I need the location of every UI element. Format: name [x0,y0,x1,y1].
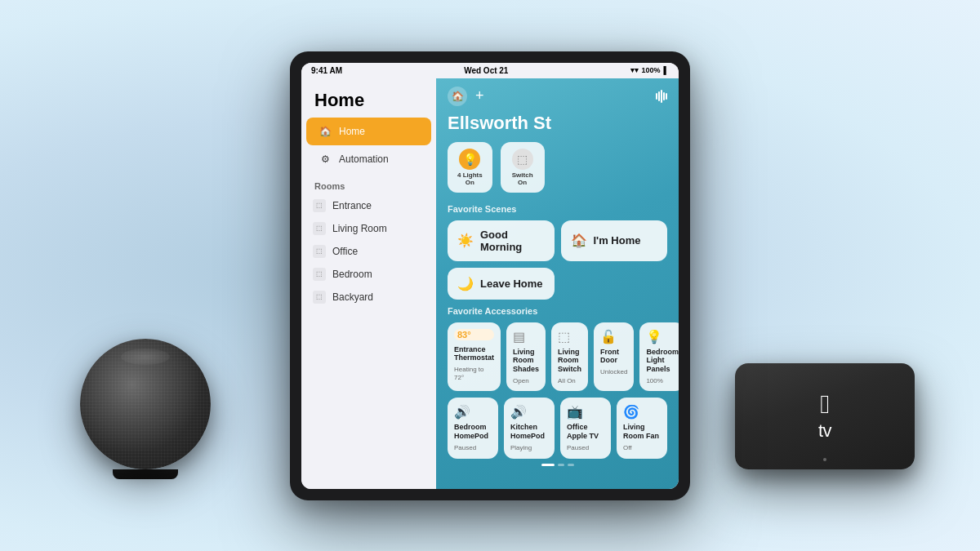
apple-tv-body:  tv [735,363,915,469]
office-room-label: Office [332,246,358,257]
main-topbar: 🏠 + [448,87,667,106]
living-room-fan-status: Off [623,444,661,452]
scroll-indicator [448,459,667,468]
apple-tv-led [823,458,826,461]
accessory-living-room-switch[interactable]: ⬚ Living Room Switch All On [551,322,588,392]
backyard-room-icon: ⬚ [313,291,326,304]
entrance-room-icon: ⬚ [313,199,326,212]
living-room-shades-status: Open [513,377,539,385]
scenes-section-title: Favorite Scenes [448,204,667,214]
fan-icon: 🌀 [623,404,661,420]
accessory-living-room-fan[interactable]: 🌀 Living Room Fan Off [617,398,667,458]
backyard-room-label: Backyard [332,291,373,303]
scene-im-home[interactable]: 🏠 I'm Home [561,220,668,261]
bedroom-room-label: Bedroom [332,269,372,280]
siri-waves-icon [656,90,667,103]
accessory-front-door[interactable]: 🔓 Front Door Unlocked [594,322,634,392]
siri-wave-1 [656,93,657,100]
location-title: Ellsworth St [448,113,667,134]
siri-button[interactable] [656,90,667,103]
apple-tv-label: tv [818,420,831,442]
home-nav-icon: 🏠 [318,124,332,139]
sidebar-rooms-label: Rooms [301,173,436,194]
entrance-thermostat-name: Entrance Thermostat [454,345,494,363]
scene-leave-home[interactable]: 🌙 Leave Home [448,268,555,300]
wifi-icon: ▾▾ [630,66,639,74]
bedroom-homepod-name: Bedroom HomePod [454,423,492,441]
scenes-grid: ☀️ Good Morning 🏠 I'm Home 🌙 Leave Home [448,220,667,300]
living-room-fan-name: Living Room Fan [623,423,661,441]
scroll-dot-2 [558,464,564,466]
accessory-bedroom-homepod[interactable]: 🔊 Bedroom HomePod Paused [448,398,498,458]
entrance-thermostat-status: Heating to 72° [454,366,494,381]
sidebar: Home 🏠 Home ⚙ Automation Rooms ⬚ Entranc… [301,78,436,489]
accessory-kitchen-homepod[interactable]: 🔊 Kitchen HomePod Playing [504,398,555,458]
app-layout: Home 🏠 Home ⚙ Automation Rooms ⬚ Entranc… [301,78,679,489]
accessory-entrance-thermostat[interactable]: 83° Entrance Thermostat Heating to 72° [448,322,501,392]
scroll-dot-3 [568,464,574,466]
topbar-left: 🏠 + [448,87,484,106]
accessories-section-title: Favorite Accessories [448,306,667,316]
living-room-switch-status: All On [558,377,581,385]
automation-nav-icon: ⚙ [318,152,332,167]
siri-wave-3 [661,90,662,103]
siri-wave-5 [666,93,667,100]
front-door-name: Front Door [600,348,627,366]
kitchen-homepod-icon: 🔊 [510,404,548,420]
sidebar-item-automation[interactable]: ⚙ Automation [306,145,431,173]
bedroom-light-panels-name: Bedroom Light Panels [646,348,679,374]
bedroom-homepod-icon: 🔊 [454,404,492,420]
bulb-icon: 💡 [646,329,679,344]
ipad-body: 9:41 AM Wed Oct 21 ▾▾ 100% ▌ Home 🏠 Home [290,51,690,500]
thermostat-badge: 83° [454,329,494,340]
leave-home-label: Leave Home [480,278,543,290]
office-room-icon: ⬚ [313,245,326,258]
accessories-row1: 83° Entrance Thermostat Heating to 72° ▤… [448,322,667,392]
scene-good-morning[interactable]: ☀️ Good Morning [448,220,555,261]
sidebar-item-home[interactable]: 🏠 Home [306,118,431,145]
sidebar-room-bedroom[interactable]: ⬚ Bedroom [301,263,436,286]
add-button[interactable]: + [475,87,484,104]
lock-icon: 🔓 [600,329,627,344]
accessory-living-room-shades[interactable]: ▤ Living Room Shades Open [506,322,546,392]
living-room-icon: ⬚ [313,222,326,235]
front-door-status: Unlocked [600,368,627,376]
sidebar-room-entrance[interactable]: ⬚ Entrance [301,194,436,217]
office-apple-tv-name: Office Apple TV [567,423,604,441]
lights-label: 4 LightsOn [457,171,483,186]
ipad-screen: 9:41 AM Wed Oct 21 ▾▾ 100% ▌ Home 🏠 Home [301,63,679,489]
bedroom-light-panels-status: 100% [646,377,679,385]
apple-tv-device:  tv [735,363,915,469]
siri-wave-4 [663,92,665,100]
living-room-switch-name: Living Room Switch [558,348,581,374]
homepod-mini-base [113,469,178,479]
sidebar-home-label: Home [339,126,365,137]
apple-logo-icon:  [820,391,830,417]
lights-icon: 💡 [459,149,480,170]
sidebar-room-office[interactable]: ⬚ Office [301,240,436,263]
sidebar-room-living-room[interactable]: ⬚ Living Room [301,217,436,240]
accessory-office-apple-tv[interactable]: 📺 Office Apple TV Paused [560,398,611,458]
good-morning-icon: ☀️ [457,233,474,248]
kitchen-homepod-name: Kitchen HomePod [510,423,548,441]
quick-actions: 💡 4 LightsOn ⬚ SwitchOn [448,142,667,193]
accessory-bedroom-light-panels[interactable]: 💡 Bedroom Light Panels 100% [639,322,679,392]
switch-acc-icon: ⬚ [558,329,581,344]
accessories-row2: 🔊 Bedroom HomePod Paused 🔊 Kitchen HomeP… [448,398,667,458]
scroll-dot-1 [541,464,555,466]
status-date: Wed Oct 21 [464,66,508,75]
main-content: 🏠 + [436,78,679,489]
living-room-label: Living Room [332,223,387,234]
bedroom-room-icon: ⬚ [313,268,326,281]
leave-home-icon: 🌙 [457,276,474,291]
kitchen-homepod-status: Playing [510,444,548,452]
lights-quick-action[interactable]: 💡 4 LightsOn [448,142,492,193]
switch-quick-action[interactable]: ⬚ SwitchOn [501,142,545,193]
siri-wave-2 [658,91,660,101]
ipad-device: 9:41 AM Wed Oct 21 ▾▾ 100% ▌ Home 🏠 Home [290,51,690,500]
homepod-mini-body [80,339,211,469]
sidebar-room-backyard[interactable]: ⬚ Backyard [301,286,436,309]
home-icon-button[interactable]: 🏠 [448,87,467,106]
sidebar-automation-label: Automation [339,153,389,165]
homepod-mini-device [72,339,219,486]
